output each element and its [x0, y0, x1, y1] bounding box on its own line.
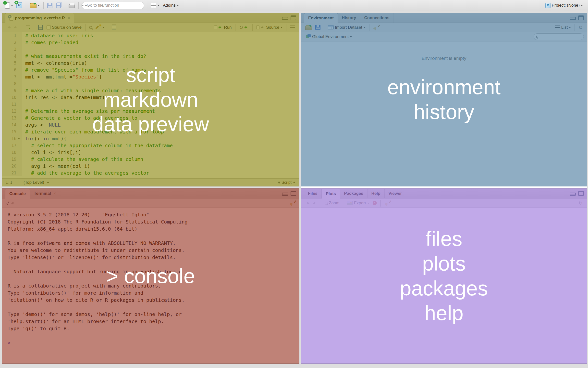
run-button[interactable]: Run: [212, 23, 233, 32]
forward-button[interactable]: [12, 23, 20, 32]
import-dataset-button[interactable]: Import Dataset: [326, 23, 367, 32]
list-label: List: [561, 25, 568, 30]
remove-plot-button[interactable]: ×: [371, 199, 379, 208]
previous-plot-button[interactable]: [304, 199, 311, 208]
pane-window-buttons: [570, 15, 584, 20]
console-line: [8, 304, 299, 311]
rerun-button[interactable]: ↻: [237, 23, 250, 32]
load-workspace-button[interactable]: [304, 23, 314, 32]
zoom-label: Zoom: [329, 201, 339, 206]
tab-environment[interactable]: Environment: [304, 13, 338, 23]
source-pane: programming_exercise.R × Source on Save: [2, 13, 299, 186]
code-line: 17 # select the appropriate column in th…: [2, 142, 299, 149]
chevron-down-icon: [281, 27, 282, 29]
open-file-button[interactable]: [28, 1, 41, 10]
tab-files[interactable]: Files: [304, 189, 322, 198]
maximize-pane-icon[interactable]: [578, 15, 584, 20]
save-script-button[interactable]: [36, 23, 45, 32]
console-line: R is a collaborative project with many c…: [8, 282, 299, 289]
console-line: Type 'q()' to quit R.: [8, 325, 299, 332]
console-tabstrip: ConsoleTerminal×: [2, 189, 299, 198]
close-tab-icon[interactable]: ×: [68, 16, 70, 21]
console-prompt-row[interactable]: >: [8, 339, 299, 346]
new-project-button[interactable]: R: [15, 1, 24, 10]
pane-window-buttons: [282, 15, 296, 20]
tab-help[interactable]: Help: [368, 189, 385, 198]
image-icon: [347, 201, 353, 205]
next-plot-button[interactable]: [311, 199, 319, 208]
tab-history[interactable]: History: [338, 13, 360, 23]
clear-console-button[interactable]: [288, 199, 297, 208]
source-button[interactable]: Source: [255, 23, 284, 32]
code-text: # iterate over each measurement with a f…: [22, 128, 164, 135]
addins-button[interactable]: Addins: [161, 1, 181, 10]
code-tools-button[interactable]: [94, 23, 106, 32]
list-view-button[interactable]: List: [553, 23, 573, 32]
toolbar-separator: [22, 24, 22, 31]
find-replace-button[interactable]: [87, 23, 94, 32]
print-button[interactable]: [67, 1, 76, 10]
maximize-pane-icon[interactable]: [291, 191, 296, 196]
refresh-plots-button[interactable]: ↻: [577, 199, 584, 208]
fold-column: [16, 66, 22, 73]
new-file-button[interactable]: [3, 1, 15, 10]
code-line: 2# comes pre-loaded: [2, 39, 299, 46]
toolbar-separator: [343, 200, 343, 207]
code-line: 18 col_i <- iris[,i]: [2, 149, 299, 156]
tab-packages[interactable]: Packages: [340, 189, 367, 198]
save-all-button[interactable]: [54, 1, 63, 10]
environment-search-input[interactable]: [539, 35, 588, 39]
tab-console[interactable]: Console: [5, 189, 30, 198]
pane-layout-button[interactable]: [149, 1, 161, 10]
project-menu-button[interactable]: R Project: (None): [544, 1, 585, 10]
chevron-down-icon: [581, 5, 583, 7]
tab-script-file[interactable]: programming_exercise.R ×: [5, 13, 74, 23]
back-button[interactable]: [5, 23, 12, 32]
export-plot-button[interactable]: Export: [345, 199, 371, 208]
run-line-icon: [214, 26, 217, 29]
open-in-new-window-button[interactable]: [24, 23, 32, 32]
refresh-environment-button[interactable]: ↻: [577, 23, 584, 32]
toolbar-separator: [108, 24, 108, 31]
code-segment: # make a df with a single column: measur…: [25, 88, 161, 93]
fold-column: [16, 73, 22, 80]
zoom-plot-button[interactable]: Zoom: [323, 199, 341, 208]
maximize-pane-icon[interactable]: [291, 15, 296, 20]
minimize-pane-icon[interactable]: [570, 193, 576, 196]
toolbar-separator: [321, 200, 321, 207]
filetype-selector[interactable]: R Script: [278, 180, 296, 185]
goto-file-input[interactable]: [87, 3, 141, 8]
code-line: 6# remove "Species" from the list of nam…: [2, 66, 299, 73]
close-tab-icon[interactable]: ×: [54, 191, 56, 196]
fold-caret-icon[interactable]: [18, 138, 20, 141]
console-body[interactable]: R version 3.5.2 (2018-12-20) -- "Eggshel…: [2, 208, 299, 363]
scope-selector[interactable]: (Top Level): [22, 178, 51, 187]
tab-terminal[interactable]: Terminal×: [30, 189, 60, 198]
tab-plots[interactable]: Plots: [322, 189, 340, 198]
go-to-directory-icon[interactable]: [11, 201, 16, 205]
environment-scope-selector[interactable]: Global Environment: [304, 32, 354, 41]
save-button[interactable]: [46, 1, 54, 10]
code-editor[interactable]: 1# database in use: iris2# comes pre-loa…: [2, 32, 299, 178]
save-workspace-button[interactable]: [314, 23, 322, 32]
clear-plots-button[interactable]: [383, 199, 392, 208]
clear-environment-button[interactable]: [371, 23, 380, 32]
console-line: [8, 332, 299, 339]
minimize-pane-icon[interactable]: [570, 17, 576, 20]
files-pane: FilesPlotsPackagesHelpViewer Zoom Export…: [301, 188, 587, 364]
tab-label: Terminal: [34, 191, 51, 196]
maximize-pane-icon[interactable]: [578, 191, 584, 196]
compile-report-button[interactable]: [110, 23, 118, 32]
document-outline-button[interactable]: [288, 23, 297, 32]
minimize-pane-icon[interactable]: [282, 193, 288, 196]
code-line: 5mmt <- colnames(iris): [2, 60, 299, 66]
minimize-pane-icon[interactable]: [282, 17, 288, 20]
code-line: 21 # add the average to the averages vec…: [2, 170, 299, 176]
plots-body: [301, 208, 587, 363]
source-on-save-toggle[interactable]: Source on Save: [45, 23, 83, 32]
code-line: 13# Generate a vector to add averages to: [2, 115, 299, 121]
tab-viewer[interactable]: Viewer: [385, 189, 406, 198]
tab-connections[interactable]: Connections: [360, 13, 393, 23]
checkbox-icon[interactable]: [47, 25, 51, 29]
pane-grid-icon: [151, 3, 156, 8]
